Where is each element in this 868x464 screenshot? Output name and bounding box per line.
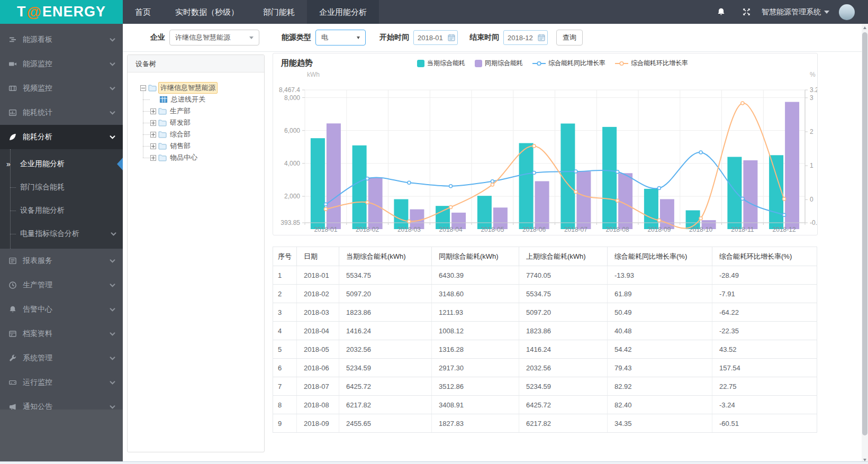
legend-item[interactable]: 综合能耗环比增长率	[615, 59, 688, 68]
top-right-cluster: 智慧能源管理系统	[717, 0, 855, 24]
table-cell: 3512.86	[432, 377, 519, 396]
expand-icon[interactable]	[150, 120, 156, 126]
company-label: 企业	[150, 33, 165, 42]
sidebar-item-label: 档案资料	[23, 329, 110, 339]
sidebar-subitem[interactable]: 电量指标综合分析	[0, 222, 123, 245]
table-header-cell: 同期综合能耗(kWh)	[432, 247, 519, 266]
tree-children: 总进线开关 生产部 研发部 综合部 销售部 物品中心	[143, 94, 260, 163]
chevron-down-icon[interactable]	[824, 11, 829, 14]
sidebar-menu: 能源看板 能源监控 视频监控 能耗统计 能耗分析 » 企业用能分析 部门综合能耗	[0, 24, 123, 419]
sidebar-item[interactable]: 档案资料	[0, 322, 123, 346]
sidebar-subitem-label: 部门综合能耗	[20, 183, 65, 192]
table-cell: 3408.91	[432, 396, 519, 414]
expand-icon[interactable]	[150, 132, 156, 138]
end-date-input[interactable]	[508, 34, 537, 42]
nav-item-active[interactable]: 企业用能分析	[307, 0, 379, 24]
nav-item-link[interactable]: 首页	[123, 0, 163, 24]
tree-node-label[interactable]: 物品中心	[168, 152, 199, 163]
svg-text:3.23: 3.23	[810, 86, 818, 94]
expand-icon[interactable]	[150, 108, 156, 114]
fullscreen-icon[interactable]	[742, 7, 751, 16]
calendar-icon[interactable]	[448, 34, 455, 41]
table-cell: 5534.75	[519, 285, 608, 303]
folder-icon	[158, 119, 167, 126]
table-cell: 50.49	[608, 303, 712, 322]
sidebar-subitem[interactable]: » 企业用能分析	[0, 152, 123, 176]
start-date-input[interactable]	[418, 34, 447, 42]
sidebar-item[interactable]: 视频监控	[0, 76, 123, 101]
sidebar-item[interactable]: 告警中心	[0, 297, 123, 322]
scrollbar-thumb[interactable]	[862, 32, 867, 435]
collapse-icon[interactable]	[140, 85, 146, 91]
sidebar-subitem-label: 设备用能分析	[20, 206, 65, 215]
sidebar-item[interactable]: 能源看板	[0, 28, 123, 52]
tree-node[interactable]: 销售部	[143, 140, 260, 152]
svg-text:2018-09: 2018-09	[647, 226, 671, 233]
sidebar-subitem[interactable]: 设备用能分析	[0, 199, 123, 222]
nav-item-link[interactable]: 部门能耗	[251, 0, 307, 24]
table-cell: 2455.65	[339, 414, 432, 433]
chevron-down-icon	[110, 258, 115, 264]
tree-node-label[interactable]: 研发部	[168, 117, 192, 128]
sidebar-item[interactable]: 运行监控	[0, 370, 123, 395]
table-cell: 6430.39	[432, 266, 519, 285]
tree-node-label[interactable]: 总进线开关	[169, 94, 207, 105]
tree-node[interactable]: 物品中心	[143, 152, 260, 163]
sidebar-subitem[interactable]: 部门综合能耗	[0, 176, 123, 199]
tree-node-leaf[interactable]: 总进线开关	[143, 94, 260, 105]
table-cell: 3148.60	[432, 285, 519, 303]
nav-item-link[interactable]: 实时数据（秒级）	[163, 0, 251, 24]
trend-chart-card: 3.233210-0.688,467.48,0006,0004,0002,000…	[273, 53, 818, 235]
tree-node-label[interactable]: 销售部	[168, 141, 192, 151]
clock-icon	[8, 281, 17, 289]
tree-node-label[interactable]: 综合部	[168, 129, 192, 140]
tree-node[interactable]: 综合部	[143, 129, 260, 140]
legend-item[interactable]: 当期综合能耗	[417, 59, 465, 68]
device-tree-title: 设备树	[128, 55, 264, 72]
system-name[interactable]: 智慧能源管理系统	[762, 7, 821, 17]
sidebar-item[interactable]: 能源监控	[0, 52, 123, 76]
energy-type-select[interactable]: 电	[315, 30, 366, 46]
sidebar-item[interactable]: 能耗统计	[0, 101, 123, 125]
table-cell: 4	[273, 322, 297, 340]
tree-node[interactable]: 研发部	[143, 117, 260, 129]
table-cell: 1316.28	[432, 340, 519, 359]
sidebar-item[interactable]: 能耗分析	[0, 125, 123, 149]
avatar[interactable]	[839, 4, 855, 20]
table-head: 序号日期当期综合能耗(kWh)同期综合能耗(kWh)上期综合能耗(kWh)综合能…	[273, 247, 817, 266]
tree-node[interactable]: 生产部	[143, 105, 260, 117]
vertical-scrollbar[interactable]	[862, 24, 868, 464]
legend-label: 综合能耗同比增长率	[548, 59, 605, 68]
query-button[interactable]: 查询	[556, 30, 583, 46]
table-cell: 6425.72	[519, 396, 608, 414]
wrench-icon	[8, 354, 17, 362]
legend-label: 当期综合能耗	[427, 59, 465, 68]
svg-text:2018-01: 2018-01	[314, 226, 337, 233]
table-header-cell: 上期综合能耗(kWh)	[519, 247, 608, 266]
bell-icon	[8, 305, 17, 314]
legend-item[interactable]: 综合能耗同比增长率	[532, 59, 605, 68]
chevron-down-icon	[110, 283, 115, 288]
scroll-up-icon[interactable]	[863, 26, 866, 29]
sidebar-item[interactable]: 生产管理	[0, 273, 123, 297]
sidebar-item[interactable]: 报表服务	[0, 249, 123, 273]
tree-node-label[interactable]: 许继信息智慧能源	[158, 82, 218, 94]
bell-icon[interactable]	[717, 7, 726, 16]
tree-stub	[10, 211, 16, 211]
table-cell: 2917.30	[432, 359, 519, 377]
expand-icon[interactable]	[150, 155, 156, 161]
table-cell: 2018-05	[297, 340, 339, 359]
legend-item[interactable]: 同期综合能耗	[475, 59, 523, 68]
horizontal-scrollbar-track[interactable]	[0, 461, 868, 464]
svg-text:2018-08: 2018-08	[606, 226, 629, 233]
sidebar-item[interactable]: 系统管理	[0, 346, 123, 370]
table-cell: 43.52	[712, 340, 817, 359]
tree-node-label[interactable]: 生产部	[168, 106, 192, 116]
tree-node-root[interactable]: 许继信息智慧能源	[140, 82, 260, 94]
active-pointer-icon	[117, 158, 123, 170]
calendar-icon[interactable]	[538, 34, 545, 41]
active-marker-icon: »	[6, 160, 11, 168]
company-select[interactable]: 许继信息智慧能源	[169, 30, 259, 46]
table-row: 42018-041416.241008.121823.8640.48-22.35	[273, 322, 817, 340]
expand-icon[interactable]	[150, 143, 156, 149]
